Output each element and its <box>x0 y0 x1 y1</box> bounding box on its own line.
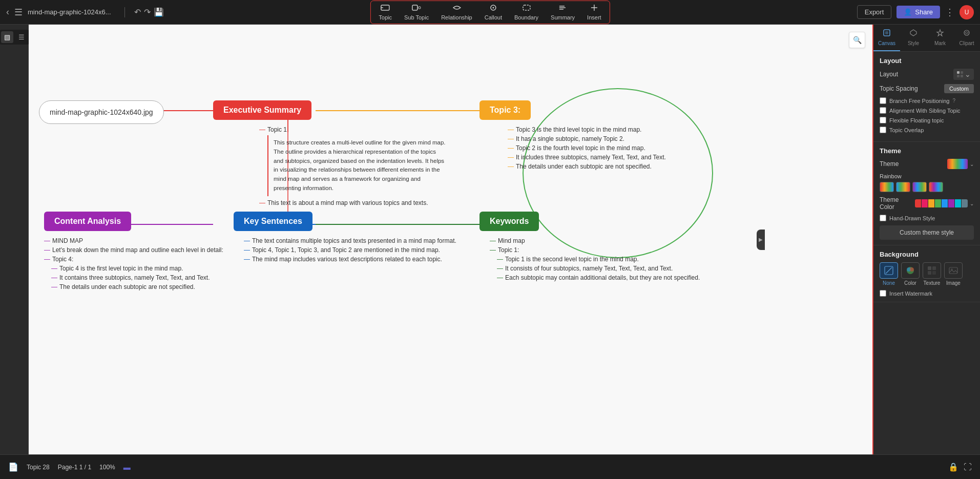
redo-button[interactable]: ↷ <box>144 7 151 17</box>
back-button[interactable]: ‹ <box>6 7 9 17</box>
align-sibling-checkbox[interactable] <box>880 107 886 114</box>
mindmap-container: mind-map-graphic-1024x640.jpg Executive … <box>29 25 872 454</box>
bg-image-icon <box>944 262 963 279</box>
tool-topic[interactable]: Topic <box>373 2 397 23</box>
flexible-floating-row: Flexible Floating topic <box>880 117 974 123</box>
save-button[interactable]: 💾 <box>154 7 164 17</box>
ci-subline-0: Topic 4 is the first level topic in the … <box>51 265 223 272</box>
filename-node[interactable]: mind-map-graphic-1024x640.jpg <box>39 100 164 124</box>
content-node[interactable]: Content Analysis <box>44 212 131 231</box>
theme-title: Theme <box>880 147 974 155</box>
menu-icon[interactable]: ☰ <box>14 7 23 18</box>
flexible-floating-label[interactable]: Flexible Floating topic <box>889 117 944 123</box>
topic-overlap-label[interactable]: Topic Overlap <box>889 127 924 133</box>
theme-selector[interactable]: ⌄ <box>947 159 974 169</box>
brand-icon: ▬ <box>123 463 131 471</box>
share-button[interactable]: 👤 Share <box>896 6 940 18</box>
svg-rect-34 <box>932 266 936 270</box>
top-bar: ‹ ☰ mind-map-graphic-1024x6... ↶ ↷ 💾 Top… <box>0 0 980 25</box>
theme-preview[interactable] <box>947 159 968 169</box>
watermark-row: Insert Watermark <box>880 290 974 297</box>
topic1-last: This text is about a mind map with vario… <box>259 199 452 206</box>
rainbow-opt-3[interactable] <box>929 182 943 192</box>
tool-insert[interactable]: Insert <box>582 2 607 23</box>
tab-canvas[interactable]: Canvas <box>873 25 900 51</box>
ki-line-0: The text contains multiple topics and te… <box>244 237 456 244</box>
theme-color-selector[interactable]: ⌄ <box>915 199 974 207</box>
watermark-label[interactable]: Insert Watermark <box>889 290 932 297</box>
style-tab-label: Style <box>908 40 919 46</box>
key-node[interactable]: Key Sentences <box>234 212 312 231</box>
watermark-checkbox[interactable] <box>880 290 886 297</box>
svg-rect-25 <box>961 71 963 74</box>
page-thumbnail-icon[interactable]: 📄 <box>8 462 18 472</box>
executive-node[interactable]: Executive Summary <box>213 100 311 120</box>
tab-mark[interactable]: Mark <box>927 25 953 51</box>
spacing-value-button[interactable]: Custom <box>944 84 974 93</box>
avatar[interactable]: U <box>960 5 974 19</box>
clipart-tab-label: Clipart <box>960 40 974 46</box>
branch-free-checkbox[interactable] <box>880 97 886 104</box>
t3-line-3: It includes three subtopics, namely Text… <box>508 154 666 161</box>
lock-icon[interactable]: 🔒 <box>948 462 958 472</box>
svg-line-29 <box>886 267 892 274</box>
kw-sub: Topic 1 is the second level topic in the… <box>497 256 700 281</box>
bg-image-option[interactable]: Image <box>944 262 963 286</box>
right-panel-collapse-btn[interactable]: ▶ <box>757 230 765 250</box>
status-bar: 📄 Topic 28 Page-1 1 / 1 100% ▬ 🔒 ⛶ <box>0 454 980 479</box>
tool-callout[interactable]: Callout <box>479 2 507 23</box>
center-toolbar: Topic Sub Topic Relationship Callout Bou… <box>370 1 610 24</box>
tool-boundary[interactable]: Boundary <box>509 2 544 23</box>
tool-subtopic[interactable]: Sub Topic <box>399 2 434 23</box>
bg-color-option[interactable]: Color <box>901 262 920 286</box>
hand-drawn-checkbox[interactable] <box>880 215 886 221</box>
bg-none-option[interactable]: None <box>880 262 898 286</box>
panel-tabs: Canvas Style Mark Clipart <box>873 25 980 52</box>
theme-color-row: Theme Color ⌄ <box>880 196 974 211</box>
tab-style[interactable]: Style <box>900 25 927 51</box>
canvas-area[interactable]: mind-map-graphic-1024x640.jpg Executive … <box>29 25 872 454</box>
tool-relationship[interactable]: Relationship <box>436 2 477 23</box>
export-button[interactable]: Export <box>857 5 892 19</box>
keywords-node[interactable]: Keywords <box>479 212 539 231</box>
undo-button[interactable]: ↶ <box>134 7 141 17</box>
canvas-search-button[interactable]: 🔍 <box>849 32 865 48</box>
svg-marker-22 <box>937 30 943 36</box>
flexible-floating-checkbox[interactable] <box>880 117 886 123</box>
color-strip[interactable] <box>915 199 968 207</box>
custom-theme-button[interactable]: Custom theme style <box>880 225 974 240</box>
ki-line-1: Topic 4, Topic 1, Topic 3, and Topic 2 a… <box>244 246 456 254</box>
color-swatch-1 <box>922 199 928 207</box>
theme-label: Theme <box>880 160 899 168</box>
svg-rect-26 <box>957 75 960 77</box>
ci-subline-2: The details under each subtopic are not … <box>51 283 223 290</box>
tool-insert-label: Insert <box>587 14 601 20</box>
ci-line-1: Let's break down the mind map and outlin… <box>44 246 223 254</box>
bg-none-icon <box>880 262 898 279</box>
align-sibling-label[interactable]: Alignment With Sibling Topic <box>889 108 961 114</box>
bg-texture-option[interactable]: Texture <box>923 262 941 286</box>
rainbow-opt-2[interactable] <box>912 182 927 192</box>
layout-grid-button[interactable]: ⌄ <box>953 69 974 80</box>
canvas-tab-icon <box>883 29 891 39</box>
rainbow-opt-0[interactable] <box>880 182 894 192</box>
hand-drawn-label[interactable]: Hand-Drawn Style <box>889 215 935 221</box>
layout-row: Layout ⌄ <box>880 69 974 80</box>
svg-rect-37 <box>949 267 957 274</box>
thumbnail-view-btn[interactable]: ▧ <box>1 31 13 43</box>
fullscreen-icon[interactable]: ⛶ <box>964 462 972 472</box>
key-node-text: Key Sentences <box>244 217 302 225</box>
hand-drawn-row: Hand-Drawn Style <box>880 215 974 221</box>
branch-free-help-icon[interactable]: ? <box>952 98 955 103</box>
tab-clipart[interactable]: Clipart <box>953 25 980 51</box>
apps-icon[interactable]: ⋮ <box>945 7 954 18</box>
svg-point-15 <box>523 89 713 258</box>
right-panel: Canvas Style Mark Clipart <box>872 25 980 454</box>
list-view-btn[interactable]: ☰ <box>15 31 28 43</box>
topic-overlap-checkbox[interactable] <box>880 127 886 133</box>
topic3-node[interactable]: Topic 3: <box>479 100 531 120</box>
key-items: The text contains multiple topics and te… <box>244 237 456 265</box>
tool-summary[interactable]: Summary <box>546 2 580 23</box>
rainbow-opt-1[interactable] <box>896 182 910 192</box>
branch-free-label[interactable]: Branch Free Positioning <box>889 98 949 104</box>
